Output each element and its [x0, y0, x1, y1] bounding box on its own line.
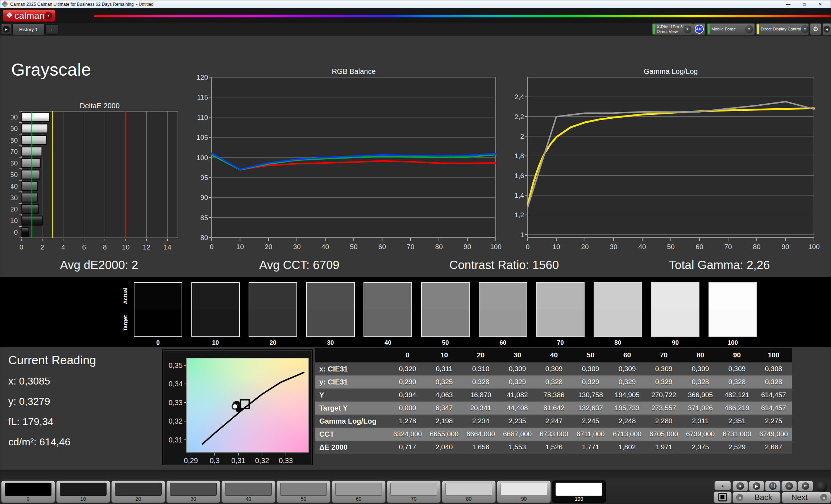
cie-chart-frame: 0,290,30,310,320,330,310,320,330,340,35: [163, 350, 312, 465]
pattern-label: 90: [497, 496, 550, 502]
svg-text:85: 85: [200, 214, 208, 222]
svg-text:40: 40: [638, 243, 646, 251]
pattern-button-40[interactable]: 40: [221, 480, 275, 503]
pattern-label: 0: [1, 496, 55, 502]
table-cell: 195,733: [609, 402, 645, 415]
table-cell: 6664,000: [462, 428, 499, 441]
target-patch: [364, 310, 411, 336]
svg-text:8: 8: [103, 243, 107, 251]
stat-avg-cct: Avg CCT: 6709: [198, 258, 401, 272]
table-cell: 366,905: [682, 388, 719, 402]
meter-badge-button[interactable]: 410: [693, 23, 706, 35]
pattern-button-90[interactable]: 90: [497, 480, 551, 503]
source-status-stripe: [708, 24, 710, 34]
grayscale-swatch-50: 50: [421, 282, 470, 337]
next-button[interactable]: Next »: [782, 492, 831, 503]
table-cell: 4,063: [426, 388, 462, 402]
svg-text:90: 90: [200, 194, 208, 201]
svg-text:2: 2: [40, 243, 44, 251]
svg-text:60: 60: [378, 243, 386, 251]
meter-dropdown-source[interactable]: Mobile Forge ▼: [707, 23, 755, 35]
table-column-header: 10: [426, 348, 462, 362]
play-button[interactable]: ▶: [749, 481, 764, 491]
pattern-label: 70: [387, 496, 440, 502]
table-row-label: x: CIE31: [315, 362, 389, 375]
close-button[interactable]: ✕: [818, 1, 823, 8]
pattern-button-80[interactable]: 80: [442, 480, 496, 503]
table-cell: 6655,000: [426, 428, 462, 441]
svg-text:105: 105: [196, 134, 208, 141]
meter-status-stripe: [653, 24, 655, 34]
minimize-button[interactable]: —: [786, 1, 791, 8]
table-column-header: 100: [755, 348, 792, 362]
stop-button[interactable]: ■: [732, 481, 748, 491]
pattern-up-button[interactable]: ▲: [714, 481, 731, 490]
pattern-button-50[interactable]: 50: [277, 480, 331, 503]
table-cell: 273,557: [645, 402, 682, 415]
play-icon: ▶: [753, 482, 760, 490]
pattern-button-20[interactable]: 20: [111, 480, 165, 503]
pattern-button-10[interactable]: 10: [56, 480, 110, 503]
svg-text:60: 60: [11, 159, 18, 167]
swatch-level-label: 90: [651, 339, 699, 346]
table-cell: 2,234: [462, 415, 499, 428]
table-cell: 2,040: [426, 441, 462, 454]
svg-text:40: 40: [321, 243, 329, 251]
svg-text:20: 20: [11, 205, 18, 213]
collapse-panel-button[interactable]: ◀: [822, 23, 831, 35]
table-cell: 0,329: [645, 375, 682, 388]
meter-dropdown-i1pro[interactable]: X-Rite i1Pro 3 Direct View ▼: [652, 23, 693, 35]
deltae-2000-chart: DeltaE 200002468101214010203040506070809…: [11, 102, 182, 254]
meter-dropdown-display[interactable]: Direct Display Control ▼: [756, 23, 809, 35]
chevron-left-icon: «: [736, 494, 743, 501]
table-cell: 0,328: [536, 375, 572, 388]
grayscale-swatch-30: 30: [306, 282, 355, 337]
table-cell: 2,529: [719, 441, 755, 454]
interval-button[interactable]: [··]: [765, 481, 781, 491]
table-row-label: ΔE 2000: [315, 441, 389, 454]
source-name: Mobile Forge: [711, 27, 736, 32]
pattern-window-button[interactable]: [714, 491, 732, 503]
table-cell: 0,000: [389, 402, 426, 415]
table-cell: 0,308: [755, 362, 792, 375]
table-cell: 0,320: [389, 362, 426, 375]
swatch-level-label: 70: [536, 339, 585, 346]
chevron-left-icon: ◀: [823, 26, 830, 33]
pattern-button-0[interactable]: 0: [1, 480, 55, 503]
table-cell: 41,082: [499, 388, 536, 402]
table-cell: 614,457: [755, 402, 792, 415]
table-cell: 2,275: [755, 415, 792, 428]
continuous-button[interactable]: ∞: [781, 481, 797, 491]
grayscale-swatch-40: 40: [363, 282, 412, 337]
settings-button[interactable]: ⚙: [810, 23, 821, 35]
history-expander-button[interactable]: ▶: [1, 24, 11, 35]
table-cell: 1,658: [462, 441, 499, 454]
table-cell: 2,687: [755, 441, 792, 454]
table-column-header: 20: [462, 348, 499, 362]
grayscale-swatch-70: 70: [536, 282, 585, 337]
pattern-button-30[interactable]: 30: [166, 480, 220, 503]
reading-y: y: 0,3279: [8, 396, 50, 407]
back-button[interactable]: « Back: [732, 492, 781, 503]
svg-text:2,4: 2,4: [515, 93, 524, 101]
maximize-button[interactable]: □: [802, 1, 807, 8]
table-cell: 194,905: [609, 388, 645, 402]
svg-text:0,35: 0,35: [169, 361, 183, 369]
table-row-label: Target Y: [315, 402, 389, 415]
tab-history-1[interactable]: History 1: [12, 24, 45, 35]
loop-button[interactable]: ⟳: [798, 481, 813, 491]
calman-menu-button[interactable]: ❖ calman ▼: [3, 9, 55, 22]
svg-text:1,6: 1,6: [515, 172, 524, 180]
table-cell: 0,329: [572, 375, 609, 388]
pattern-button-60[interactable]: 60: [332, 480, 386, 503]
reading-cdm2: cd/m²: 614,46: [8, 436, 70, 448]
calman-window: Calman 2025 Calman Ultimate for Business…: [0, 0, 831, 504]
add-tab-button[interactable]: +: [45, 24, 58, 35]
pattern-swatch: [115, 483, 162, 496]
table-cell: 0,717: [389, 441, 426, 454]
pattern-swatch: [60, 483, 107, 496]
pattern-button-70[interactable]: 70: [387, 480, 441, 503]
actual-patch: [709, 283, 756, 310]
actual-patch: [652, 283, 699, 310]
pattern-button-100[interactable]: 100: [552, 480, 606, 503]
